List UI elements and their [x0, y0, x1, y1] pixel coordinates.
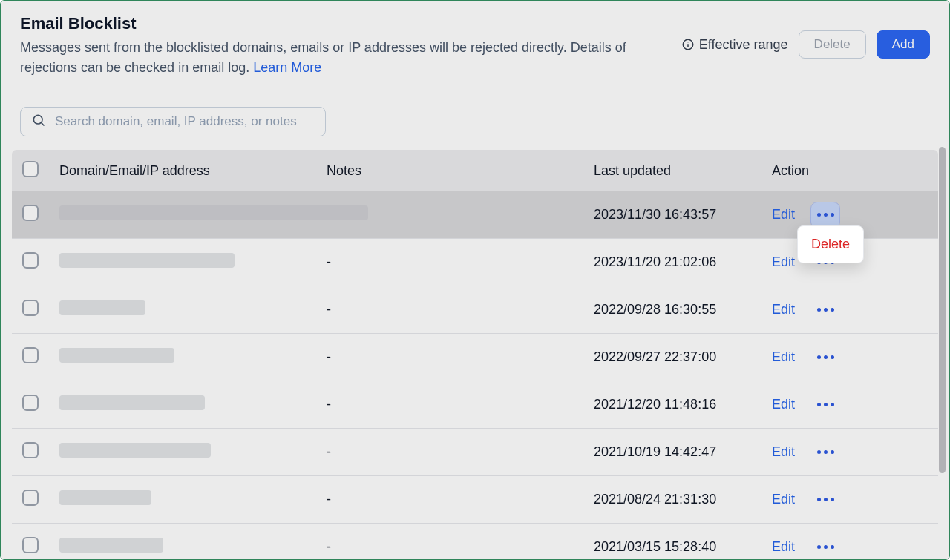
more-actions-button[interactable] [811, 392, 839, 418]
header-actions: Effective range Delete Add [681, 14, 930, 59]
ellipsis-icon [817, 355, 834, 359]
column-header-notes[interactable]: Notes [327, 163, 594, 179]
row-checkbox[interactable] [22, 300, 39, 316]
more-actions-button[interactable] [811, 297, 839, 323]
edit-link[interactable]: Edit [772, 254, 795, 270]
search-input[interactable] [53, 113, 315, 130]
header-left: Email Blocklist Messages sent from the b… [20, 14, 629, 78]
more-actions-button[interactable] [811, 345, 839, 370]
ellipsis-icon [817, 308, 834, 312]
page-description-text: Messages sent from the blocklisted domai… [20, 40, 626, 75]
table-row[interactable]: -2021/03/15 15:28:40Edit [12, 524, 938, 560]
redacted-domain [59, 443, 211, 458]
notes-cell: - [327, 539, 594, 555]
svg-point-2 [687, 42, 689, 43]
last-updated-cell: 2023/11/20 21:02:06 [594, 254, 772, 270]
column-header-updated[interactable]: Last updated [594, 163, 772, 179]
redacted-domain [59, 253, 235, 268]
vertical-scrollbar[interactable] [939, 147, 946, 473]
row-checkbox[interactable] [22, 347, 39, 363]
domain-cell [59, 253, 327, 271]
add-button[interactable]: Add [877, 30, 930, 59]
ellipsis-icon [817, 545, 834, 549]
action-cell: Edit [772, 345, 920, 370]
table-row[interactable]: -2022/09/27 22:37:00Edit [12, 334, 938, 381]
edit-link[interactable]: Edit [772, 207, 795, 223]
edit-link[interactable]: Edit [772, 539, 795, 555]
redacted-domain [59, 205, 368, 220]
delete-button[interactable]: Delete [799, 30, 866, 59]
row-checkbox-cell [12, 537, 59, 557]
domain-cell [59, 300, 327, 319]
last-updated-cell: 2023/11/30 16:43:57 [594, 207, 772, 223]
domain-cell [59, 538, 327, 556]
table-row[interactable]: -2022/09/28 16:30:55Edit [12, 286, 938, 334]
domain-cell [59, 348, 327, 366]
search-field[interactable] [20, 107, 326, 136]
row-checkbox-cell [12, 395, 59, 415]
effective-range-link[interactable]: Effective range [681, 37, 788, 53]
info-icon [681, 38, 695, 51]
domain-cell [59, 395, 327, 414]
edit-link[interactable]: Edit [772, 349, 795, 365]
redacted-domain [59, 348, 174, 363]
row-checkbox[interactable] [22, 490, 39, 506]
more-actions-button[interactable] [811, 535, 839, 560]
ellipsis-icon [817, 450, 834, 454]
action-cell: Edit [772, 202, 920, 228]
ellipsis-icon [817, 213, 834, 217]
row-checkbox[interactable] [22, 252, 39, 269]
redacted-domain [59, 490, 151, 505]
last-updated-cell: 2022/09/28 16:30:55 [594, 302, 772, 317]
table-row[interactable]: -2021/08/24 21:31:30Edit [12, 476, 938, 524]
redacted-domain [59, 300, 145, 315]
menu-item-delete[interactable]: Delete [811, 237, 850, 252]
row-checkbox-cell [12, 442, 59, 462]
action-cell: Edit [772, 440, 920, 465]
action-cell: Edit [772, 487, 920, 513]
action-cell: Edit [772, 392, 920, 418]
row-checkbox[interactable] [22, 395, 39, 411]
header-checkbox-cell [12, 161, 59, 181]
row-action-menu: Delete [797, 225, 864, 263]
last-updated-cell: 2021/03/15 15:28:40 [594, 539, 772, 555]
row-checkbox[interactable] [22, 205, 39, 221]
more-actions-button[interactable] [811, 440, 839, 465]
last-updated-cell: 2021/12/20 11:48:16 [594, 397, 772, 412]
notes-cell: - [327, 302, 594, 317]
table-row[interactable]: -2021/10/19 14:42:47Edit [12, 429, 938, 476]
more-actions-button[interactable] [811, 202, 839, 228]
domain-cell [59, 490, 327, 509]
last-updated-cell: 2021/10/19 14:42:47 [594, 444, 772, 460]
search-icon [31, 113, 46, 131]
edit-link[interactable]: Edit [772, 444, 795, 460]
notes-cell: - [327, 397, 594, 412]
edit-link[interactable]: Edit [772, 492, 795, 507]
last-updated-cell: 2022/09/27 22:37:00 [594, 349, 772, 365]
edit-link[interactable]: Edit [772, 397, 795, 412]
column-header-action: Action [772, 163, 920, 179]
last-updated-cell: 2021/08/24 21:31:30 [594, 492, 772, 507]
select-all-checkbox[interactable] [22, 161, 39, 177]
effective-range-label: Effective range [699, 37, 788, 53]
column-header-domain[interactable]: Domain/Email/IP address [59, 163, 327, 179]
page-description: Messages sent from the blocklisted domai… [20, 38, 629, 78]
row-checkbox-cell [12, 300, 59, 320]
notes-cell: - [327, 254, 594, 270]
learn-more-link[interactable]: Learn More [253, 60, 321, 75]
action-cell: Edit [772, 535, 920, 560]
row-checkbox[interactable] [22, 537, 39, 553]
table-body: 2023/11/30 16:43:57EditDelete-2023/11/20… [12, 191, 938, 560]
edit-link[interactable]: Edit [772, 302, 795, 317]
more-actions-button[interactable] [811, 487, 839, 513]
redacted-domain [59, 538, 163, 553]
ellipsis-icon [817, 498, 834, 501]
table-row[interactable]: -2021/12/20 11:48:16Edit [12, 381, 938, 429]
row-checkbox-cell [12, 347, 59, 367]
page-title: Email Blocklist [20, 14, 629, 33]
domain-cell [59, 443, 327, 461]
row-checkbox[interactable] [22, 442, 39, 458]
action-cell: Edit [772, 297, 920, 323]
row-checkbox-cell [12, 252, 59, 272]
toolbar [1, 93, 949, 142]
